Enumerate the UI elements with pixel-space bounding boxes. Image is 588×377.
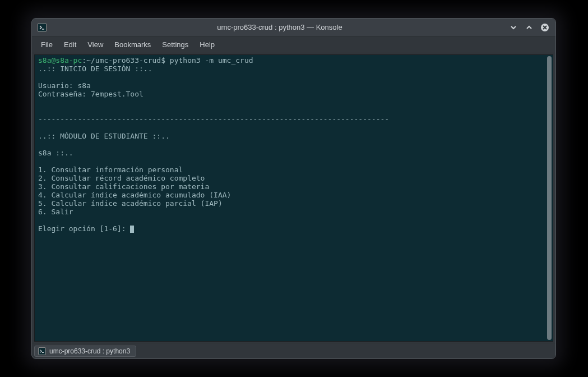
konsole-window: umc-pro633-crud : python3 — Konsole File… <box>31 18 556 359</box>
tab-session[interactable]: umc-pro633-crud : python3 <box>34 346 136 357</box>
menu-bookmarks[interactable]: Bookmarks <box>109 38 156 51</box>
maximize-button[interactable] <box>524 22 534 33</box>
menu-settings[interactable]: Settings <box>156 38 194 51</box>
tabbar: umc-pro633-crud : python3 <box>32 343 555 358</box>
menu-help[interactable]: Help <box>194 38 220 51</box>
scrollbar-thumb[interactable] <box>547 56 552 340</box>
minimize-button[interactable] <box>508 22 518 33</box>
terminal-app-icon <box>38 23 47 32</box>
terminal-container: s8a@s8a-pc:~/umc-pro633-crud$ python3 -m… <box>34 54 553 342</box>
menu-file[interactable]: File <box>35 38 58 51</box>
menu-edit[interactable]: Edit <box>58 38 82 51</box>
tab-label: umc-pro633-crud : python3 <box>49 347 130 355</box>
scrollbar[interactable] <box>546 55 553 341</box>
menu-view[interactable]: View <box>82 38 109 51</box>
titlebar[interactable]: umc-pro633-crud : python3 — Konsole <box>32 19 555 36</box>
menubar: File Edit View Bookmarks Settings Help <box>32 36 555 53</box>
window-controls <box>508 22 550 33</box>
terminal[interactable]: s8a@s8a-pc:~/umc-pro633-crud$ python3 -m… <box>35 55 546 341</box>
close-button[interactable] <box>540 22 550 33</box>
window-title: umc-pro633-crud : python3 — Konsole <box>51 23 508 31</box>
cursor <box>130 226 134 233</box>
terminal-icon <box>38 347 46 355</box>
